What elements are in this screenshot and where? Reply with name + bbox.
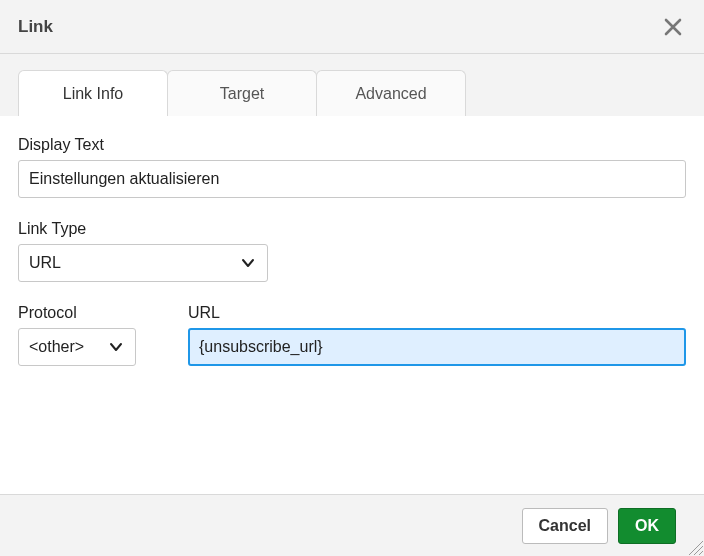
url-label: URL	[188, 304, 686, 322]
protocol-url-row: Protocol <other> URL	[18, 304, 686, 366]
protocol-select[interactable]: <other>	[18, 328, 136, 366]
content-panel: Display Text Link Type URL Protocol <oth…	[0, 116, 704, 494]
cancel-button[interactable]: Cancel	[522, 508, 608, 544]
tab-label: Target	[220, 85, 264, 103]
link-type-group: Link Type URL	[18, 220, 686, 282]
tab-label: Link Info	[63, 85, 123, 103]
tab-advanced[interactable]: Advanced	[316, 70, 466, 116]
url-input[interactable]	[188, 328, 686, 366]
chevron-down-icon	[109, 340, 123, 354]
url-group: URL	[188, 304, 686, 366]
tab-label: Advanced	[355, 85, 426, 103]
dialog-title: Link	[18, 17, 658, 37]
link-type-label: Link Type	[18, 220, 686, 238]
link-type-value: URL	[29, 254, 227, 272]
cancel-button-label: Cancel	[539, 517, 591, 535]
tab-target[interactable]: Target	[167, 70, 317, 116]
tabs-area: Link Info Target Advanced	[0, 54, 704, 117]
close-icon[interactable]	[658, 10, 688, 44]
dialog-titlebar: Link	[0, 0, 704, 54]
ok-button-label: OK	[635, 517, 659, 535]
tabs: Link Info Target Advanced	[18, 70, 686, 116]
tab-link-info[interactable]: Link Info	[18, 70, 168, 116]
protocol-label: Protocol	[18, 304, 138, 322]
ok-button[interactable]: OK	[618, 508, 676, 544]
display-text-group: Display Text	[18, 136, 686, 198]
display-text-label: Display Text	[18, 136, 686, 154]
protocol-group: Protocol <other>	[18, 304, 138, 366]
resize-grip-icon[interactable]	[688, 540, 704, 556]
display-text-input[interactable]	[18, 160, 686, 198]
protocol-value: <other>	[29, 338, 95, 356]
chevron-down-icon	[241, 256, 255, 270]
dialog-footer: Cancel OK	[0, 494, 704, 556]
link-type-select[interactable]: URL	[18, 244, 268, 282]
